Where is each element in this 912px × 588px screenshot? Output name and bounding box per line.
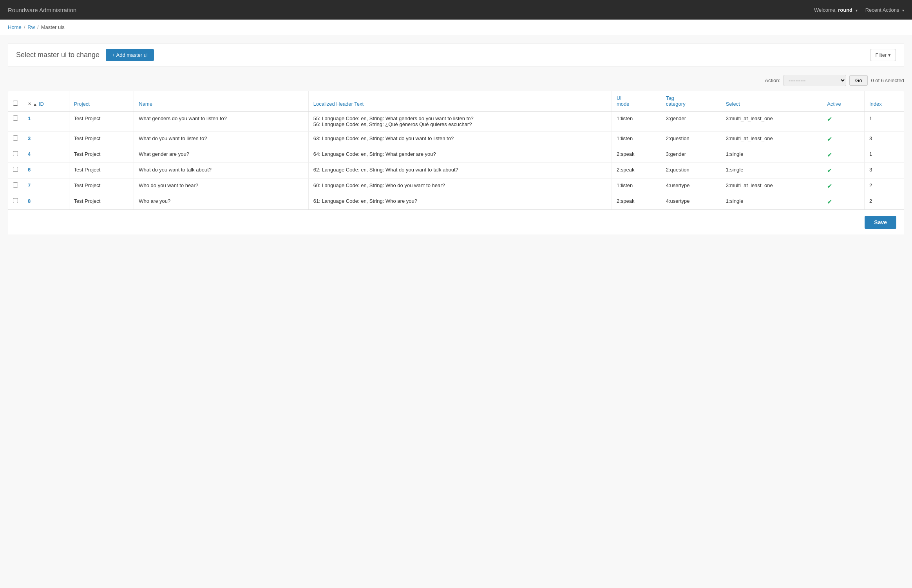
breadcrumb-home[interactable]: Home bbox=[8, 24, 22, 30]
welcome-user[interactable]: Welcome, round ▾ bbox=[814, 7, 858, 13]
row-active: ✔ bbox=[822, 132, 865, 147]
main-content: Select master ui to change + Add master … bbox=[0, 35, 912, 242]
row-checkbox-cell bbox=[8, 147, 23, 163]
row-select: 3:multi_at_least_one bbox=[721, 111, 822, 132]
th-id[interactable]: ✕ ▲ ID bbox=[23, 91, 69, 111]
th-localized-header-label: Localized Header Text bbox=[313, 101, 364, 107]
table-row: 6 Test Project What do you want to talk … bbox=[8, 163, 904, 179]
row-id: 3 bbox=[23, 132, 69, 147]
save-bar: Save bbox=[8, 210, 904, 234]
recent-actions-arrow: ▾ bbox=[902, 8, 904, 13]
row-select: 3:multi_at_least_one bbox=[721, 179, 822, 194]
row-checkbox[interactable] bbox=[13, 198, 18, 203]
row-id-link[interactable]: 8 bbox=[28, 198, 31, 204]
page-title: Select master ui to change bbox=[16, 51, 100, 59]
filter-button[interactable]: Filter ▾ bbox=[870, 49, 896, 61]
row-id: 1 bbox=[23, 111, 69, 132]
row-index: 3 bbox=[864, 132, 904, 147]
th-active[interactable]: Active bbox=[822, 91, 865, 111]
row-localized-header: 63: Language Code: en, String: What do y… bbox=[308, 132, 612, 147]
row-index: 1 bbox=[864, 147, 904, 163]
th-id-label: ID bbox=[39, 101, 44, 107]
row-id: 7 bbox=[23, 179, 69, 194]
th-index[interactable]: Index bbox=[864, 91, 904, 111]
row-checkbox[interactable] bbox=[13, 151, 18, 156]
th-ui-mode[interactable]: Uimode bbox=[612, 91, 661, 111]
welcome-label: Welcome, bbox=[814, 7, 837, 13]
row-checkbox[interactable] bbox=[13, 167, 18, 172]
row-project: Test Project bbox=[69, 194, 134, 210]
row-index: 1 bbox=[864, 111, 904, 132]
table-row: 7 Test Project Who do you want to hear? … bbox=[8, 179, 904, 194]
row-id-link[interactable]: 7 bbox=[28, 182, 31, 188]
row-localized-header: 62: Language Code: en, String: What do y… bbox=[308, 163, 612, 179]
row-tag-category: 3:gender bbox=[661, 111, 721, 132]
row-checkbox-cell bbox=[8, 132, 23, 147]
active-check-icon: ✔ bbox=[827, 136, 832, 142]
select-all-checkbox[interactable] bbox=[13, 101, 18, 106]
th-select-label: Select bbox=[726, 101, 740, 107]
go-button[interactable]: Go bbox=[849, 75, 868, 86]
action-bar-left: Select master ui to change + Add master … bbox=[16, 49, 154, 61]
row-id-link[interactable]: 1 bbox=[28, 115, 31, 121]
th-name[interactable]: Name bbox=[134, 91, 308, 111]
row-checkbox-cell bbox=[8, 179, 23, 194]
row-checkbox[interactable] bbox=[13, 182, 18, 188]
username: round bbox=[838, 7, 852, 13]
row-id-link[interactable]: 3 bbox=[28, 135, 31, 141]
breadcrumb-current: Master uis bbox=[41, 24, 65, 30]
action-label: Action: bbox=[765, 78, 780, 83]
row-index: 2 bbox=[864, 179, 904, 194]
row-tag-category: 3:gender bbox=[661, 147, 721, 163]
recent-actions-button[interactable]: Recent Actions ▾ bbox=[865, 7, 904, 13]
app-title: Roundware Administration bbox=[8, 7, 76, 13]
table-body: 1 Test Project What genders do you want … bbox=[8, 111, 904, 209]
row-ui-mode: 2:speak bbox=[612, 147, 661, 163]
th-checkbox bbox=[8, 91, 23, 111]
breadcrumb-bar: Home / Rw / Master uis bbox=[0, 20, 912, 35]
sort-up-icon[interactable]: ▲ bbox=[33, 102, 37, 106]
row-id-link[interactable]: 6 bbox=[28, 167, 31, 173]
save-button[interactable]: Save bbox=[865, 216, 896, 229]
th-project[interactable]: Project bbox=[69, 91, 134, 111]
user-dropdown-arrow: ▾ bbox=[856, 8, 858, 13]
breadcrumb-rw[interactable]: Rw bbox=[27, 24, 35, 30]
th-active-label: Active bbox=[827, 101, 841, 107]
row-select: 3:multi_at_least_one bbox=[721, 132, 822, 147]
breadcrumb-sep-1: / bbox=[24, 24, 25, 30]
row-index: 2 bbox=[864, 194, 904, 210]
row-id-link[interactable]: 4 bbox=[28, 151, 31, 157]
data-table-wrap: ✕ ▲ ID Project Name Localized Header Tex… bbox=[8, 91, 904, 210]
row-active: ✔ bbox=[822, 163, 865, 179]
th-tag-category[interactable]: Tagcategory bbox=[661, 91, 721, 111]
action-bar: Select master ui to change + Add master … bbox=[8, 43, 904, 67]
row-checkbox-cell bbox=[8, 111, 23, 132]
row-id: 8 bbox=[23, 194, 69, 210]
row-project: Test Project bbox=[69, 163, 134, 179]
th-select[interactable]: Select bbox=[721, 91, 822, 111]
th-project-label: Project bbox=[74, 101, 90, 107]
row-name: Who do you want to hear? bbox=[134, 179, 308, 194]
row-project: Test Project bbox=[69, 179, 134, 194]
row-name: What gender are you? bbox=[134, 147, 308, 163]
th-index-label: Index bbox=[869, 101, 882, 107]
row-localized-header: 55: Language Code: en, String: What gend… bbox=[308, 111, 612, 132]
table-row: 3 Test Project What do you want to liste… bbox=[8, 132, 904, 147]
row-name: What do you want to listen to? bbox=[134, 132, 308, 147]
th-ui-mode-label: Uimode bbox=[617, 95, 630, 107]
sort-deselect-icon[interactable]: ✕ bbox=[28, 101, 31, 106]
row-project: Test Project bbox=[69, 147, 134, 163]
row-name: Who are you? bbox=[134, 194, 308, 210]
row-checkbox[interactable] bbox=[13, 135, 18, 141]
active-check-icon: ✔ bbox=[827, 183, 832, 189]
row-index: 3 bbox=[864, 163, 904, 179]
row-active: ✔ bbox=[822, 147, 865, 163]
row-localized-header: 60: Language Code: en, String: Who do yo… bbox=[308, 179, 612, 194]
row-tag-category: 4:usertype bbox=[661, 179, 721, 194]
row-select: 1:single bbox=[721, 163, 822, 179]
action-dropdown[interactable]: ---------- bbox=[784, 75, 846, 86]
add-master-ui-button[interactable]: + Add master ui bbox=[106, 49, 154, 61]
row-checkbox[interactable] bbox=[13, 115, 18, 121]
table-row: 4 Test Project What gender are you? 64: … bbox=[8, 147, 904, 163]
active-check-icon: ✔ bbox=[827, 152, 832, 158]
